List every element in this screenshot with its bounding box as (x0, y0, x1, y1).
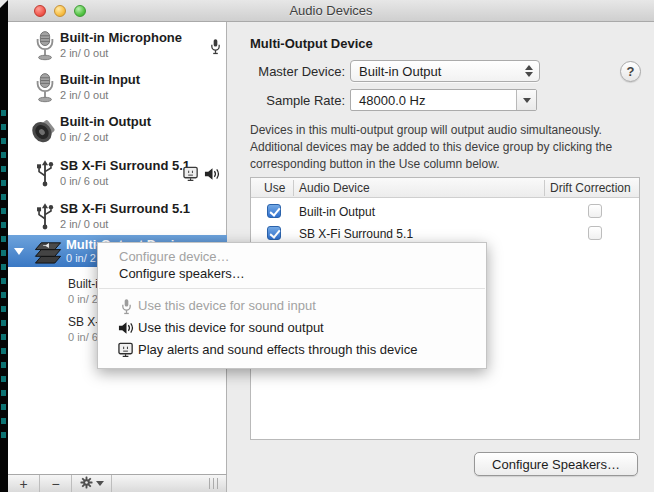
default-output-speaker-icon (204, 167, 221, 185)
close-button[interactable] (34, 5, 46, 17)
speaker-icon (117, 319, 135, 337)
audio-devices-window: Audio Devices Built-in Microphone 2 in/ … (8, 0, 654, 492)
drift-correction-checkbox[interactable] (588, 226, 602, 240)
background-artifact (0, 0, 8, 8)
stepper-icon (521, 63, 536, 79)
sample-rate-label: Sample Rate: (231, 93, 345, 108)
device-row-built-in-output[interactable]: Built-in Output 0 in/ 2 out (8, 110, 227, 152)
column-header-use: Use (264, 181, 285, 195)
sidebar-footer-bar: + − (8, 474, 227, 492)
sample-rate-combobox[interactable]: 48000.0 Hz (350, 89, 537, 111)
drift-correction-checkbox[interactable] (588, 204, 602, 218)
action-menu-button[interactable] (72, 475, 112, 492)
speaker-icon (28, 112, 62, 146)
zoom-button[interactable] (74, 5, 86, 17)
dropdown-arrow-icon[interactable] (516, 90, 536, 110)
master-device-value: Built-in Output (359, 64, 441, 79)
group-description-text: Devices in this multi-output group will … (250, 122, 648, 173)
panel-title: Multi-Output Device (250, 36, 373, 51)
window-controls (34, 5, 86, 17)
minimize-button[interactable] (54, 5, 66, 17)
menu-item-use-for-output[interactable]: Use this device for sound output (98, 317, 486, 339)
device-row-sb-xfi-1[interactable]: SB X-Fi Surround 5.1 0 in/ 6 out (8, 154, 227, 196)
device-row-built-in-microphone[interactable]: Built-in Microphone 2 in/ 0 out (8, 26, 227, 68)
alerts-badge-icon (183, 166, 200, 186)
add-device-button[interactable]: + (8, 475, 40, 492)
table-header: Use Audio Device Drift Correction (251, 178, 639, 198)
microphone-icon (28, 70, 62, 104)
resize-grip-icon[interactable] (209, 478, 220, 489)
window-title: Audio Devices (289, 3, 372, 18)
use-checkbox-checked[interactable] (267, 204, 281, 218)
menu-item-configure-device: Configure device… (98, 248, 486, 265)
use-checkbox-checked[interactable] (267, 226, 281, 240)
menu-item-play-alerts[interactable]: Play alerts and sound effects through th… (98, 339, 486, 361)
disclosure-triangle-icon[interactable] (14, 248, 24, 255)
sample-rate-value: 48000.0 Hz (359, 93, 426, 108)
menu-item-use-for-input: Use this device for sound input (98, 295, 486, 317)
remove-device-button[interactable]: − (40, 475, 72, 492)
multi-output-icon (30, 237, 66, 265)
background-terminal-text (1, 110, 6, 440)
column-header-audio-device: Audio Device (299, 181, 370, 195)
menu-item-configure-speakers[interactable]: Configure speakers… (98, 265, 486, 282)
alerts-icon (117, 341, 135, 359)
gear-icon (80, 476, 93, 492)
usb-icon (28, 199, 62, 233)
device-row-sb-xfi-2[interactable]: SB X-Fi Surround 5.1 2 in/ 0 out (8, 197, 227, 239)
chevron-down-icon (96, 481, 104, 486)
help-button[interactable]: ? (620, 61, 641, 82)
device-context-menu: Configure device… Configure speakers… Us… (97, 242, 487, 369)
device-row-built-in-input[interactable]: Built-in Input 2 in/ 0 out (8, 68, 227, 110)
microphone-icon (117, 297, 135, 315)
default-input-mic-icon (210, 38, 221, 59)
microphone-icon (28, 28, 62, 62)
menu-separator (99, 288, 485, 289)
configure-speakers-button[interactable]: Configure Speakers… (474, 452, 638, 476)
master-device-popup[interactable]: Built-in Output (350, 60, 540, 82)
usb-icon (28, 156, 62, 190)
table-row[interactable]: Built-in Output (251, 201, 639, 223)
master-device-label: Master Device: (231, 64, 345, 79)
column-header-drift-correction: Drift Correction (550, 181, 631, 195)
title-bar[interactable]: Audio Devices (8, 0, 654, 22)
background-terminal-strip (0, 0, 8, 492)
